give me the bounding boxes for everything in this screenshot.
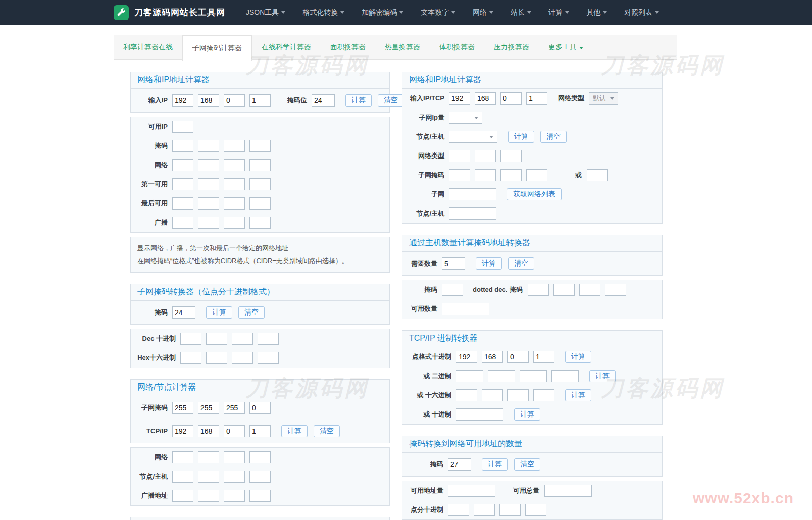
dec-octet-input[interactable]: [508, 351, 529, 363]
clear-button[interactable]: 清空: [314, 425, 340, 437]
subnet-octet-input[interactable]: [526, 169, 547, 181]
bin-octet-input[interactable]: [456, 370, 483, 382]
nav-item-other[interactable]: 其他: [578, 0, 616, 25]
hex-octet-input[interactable]: [258, 352, 279, 364]
ip-octet-input[interactable]: [500, 92, 522, 105]
dotted-octet-input[interactable]: [499, 504, 521, 516]
calculate-button[interactable]: 计算: [206, 306, 232, 319]
network-octet-input[interactable]: [249, 159, 271, 171]
broadcast-octet-input[interactable]: [198, 490, 219, 502]
last-usable-octet-input[interactable]: [249, 197, 271, 210]
dec-octet-input[interactable]: [206, 333, 227, 345]
dotted-octet-input[interactable]: [448, 504, 469, 516]
hex-octet-input[interactable]: [206, 352, 227, 364]
hex-octet-input[interactable]: [533, 389, 554, 401]
mask-octet-input[interactable]: [249, 140, 271, 152]
hex-octet-input[interactable]: [232, 352, 253, 364]
calculate-button[interactable]: 计算: [565, 351, 591, 363]
nav-item-text-number[interactable]: 文本数字: [412, 0, 464, 25]
tcpip-octet-input[interactable]: [224, 425, 245, 437]
dec-octet-input[interactable]: [456, 351, 477, 363]
tcpip-octet-input[interactable]: [198, 425, 219, 437]
dotted-octet-input[interactable]: [528, 284, 549, 296]
subnet-octet-input[interactable]: [172, 402, 193, 414]
node-octet-input[interactable]: [224, 471, 245, 483]
network-type-input[interactable]: [500, 150, 522, 162]
tab-area-converter[interactable]: 面积换算器: [321, 35, 375, 59]
subnet-ip-count-select[interactable]: [449, 112, 482, 124]
bin-octet-input[interactable]: [520, 370, 547, 382]
nav-item-network[interactable]: 网络: [464, 0, 502, 25]
tcpip-octet-input[interactable]: [172, 425, 193, 437]
last-usable-octet-input[interactable]: [198, 197, 219, 210]
bin-octet-input[interactable]: [551, 370, 579, 382]
node-octet-input[interactable]: [198, 471, 219, 483]
network-octet-input[interactable]: [224, 159, 245, 171]
node-host-input[interactable]: [449, 207, 496, 220]
subnet-octet-input[interactable]: [224, 402, 245, 414]
mask-bits-input[interactable]: [312, 94, 335, 107]
dec-octet-input[interactable]: [258, 333, 279, 345]
tab-interest-calculator[interactable]: 利率计算器在线: [114, 35, 182, 59]
decimal-input[interactable]: [456, 408, 503, 421]
first-usable-octet-input[interactable]: [172, 178, 193, 190]
broadcast-octet-input[interactable]: [198, 217, 219, 229]
subnet-octet-input[interactable]: [198, 402, 219, 414]
ip-octet-input[interactable]: [249, 94, 271, 107]
ip-octet-input[interactable]: [224, 94, 245, 107]
subnet-octet-input[interactable]: [475, 169, 496, 181]
need-count-input[interactable]: [442, 257, 465, 270]
network-type-input[interactable]: [475, 150, 496, 162]
tab-scientific-calculator[interactable]: 在线科学计算器: [252, 35, 321, 59]
ip-octet-input[interactable]: [475, 92, 496, 105]
broadcast-octet-input[interactable]: [249, 217, 271, 229]
first-usable-octet-input[interactable]: [198, 178, 219, 190]
broadcast-octet-input[interactable]: [224, 217, 245, 229]
mask-octet-input[interactable]: [224, 140, 245, 152]
network-type-input[interactable]: [449, 150, 470, 162]
nav-item-json[interactable]: JSON工具: [237, 0, 294, 25]
subnet-octet-input[interactable]: [449, 169, 470, 181]
nav-item-calc[interactable]: 计算: [540, 0, 578, 25]
tcpip-octet-input[interactable]: [249, 425, 271, 437]
tab-pressure-converter[interactable]: 压力换算器: [484, 35, 539, 59]
dotted-octet-input[interactable]: [525, 504, 546, 516]
ip-octet-input[interactable]: [449, 92, 470, 105]
calculate-button[interactable]: 计算: [281, 425, 308, 437]
calculate-button[interactable]: 计算: [508, 131, 534, 143]
subnet-octet-input[interactable]: [249, 402, 271, 414]
mask-octet-input[interactable]: [198, 140, 219, 152]
get-network-list-button[interactable]: 获取网络列表: [507, 188, 562, 200]
network-octet-input[interactable]: [172, 451, 193, 463]
node-host-select[interactable]: [449, 131, 497, 143]
calculate-button[interactable]: 计算: [514, 408, 540, 421]
subnet-input[interactable]: [449, 188, 496, 200]
hex-octet-input[interactable]: [508, 389, 529, 401]
hex-octet-input[interactable]: [482, 389, 503, 401]
available-address-input[interactable]: [448, 485, 495, 497]
nav-item-webmaster[interactable]: 站长: [502, 0, 540, 25]
node-octet-input[interactable]: [172, 471, 193, 483]
clear-button[interactable]: 清空: [238, 306, 265, 319]
broadcast-octet-input[interactable]: [172, 217, 193, 229]
subnet-octet-input[interactable]: [500, 169, 522, 181]
hex-octet-input[interactable]: [180, 352, 201, 364]
calculate-button[interactable]: 计算: [589, 370, 616, 382]
first-usable-octet-input[interactable]: [249, 178, 271, 190]
dotted-octet-input[interactable]: [605, 284, 626, 296]
first-usable-octet-input[interactable]: [224, 178, 245, 190]
ip-octet-input[interactable]: [198, 94, 219, 107]
mask-bits-input[interactable]: [587, 169, 608, 181]
hex-octet-input[interactable]: [456, 389, 477, 401]
clear-button[interactable]: 清空: [514, 458, 540, 471]
network-octet-input[interactable]: [198, 159, 219, 171]
tab-heat-converter[interactable]: 热量换算器: [375, 35, 430, 59]
mask-octet-input[interactable]: [172, 140, 193, 152]
network-octet-input[interactable]: [249, 451, 271, 463]
tab-subnet-mask-calculator[interactable]: 子网掩码计算器: [182, 35, 252, 61]
nav-item-format[interactable]: 格式化转换: [294, 0, 353, 25]
available-total-input[interactable]: [544, 485, 592, 497]
calculate-button[interactable]: 计算: [345, 94, 372, 107]
broadcast-octet-input[interactable]: [172, 490, 193, 502]
dec-octet-input[interactable]: [482, 351, 503, 363]
